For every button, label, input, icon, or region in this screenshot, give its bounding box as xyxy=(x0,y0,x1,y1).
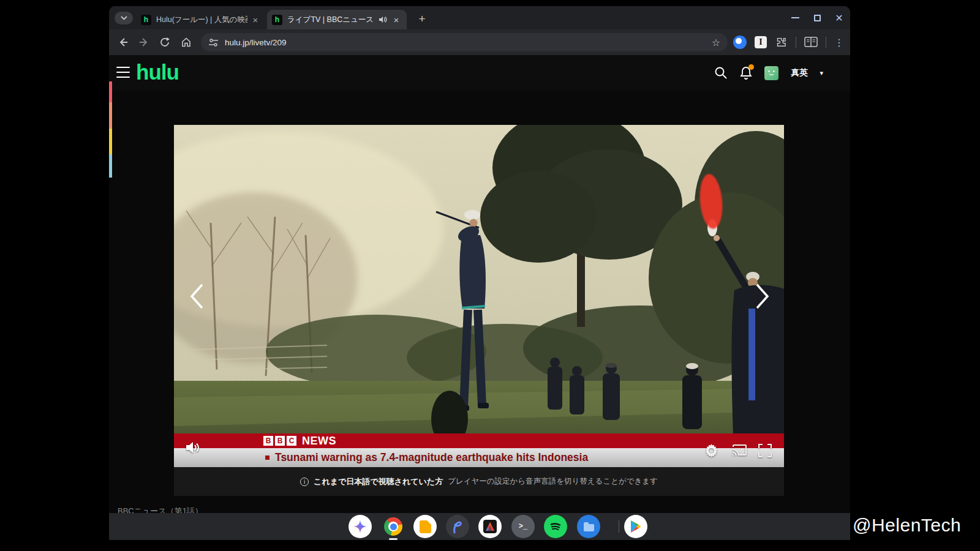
fullscreen-icon[interactable] xyxy=(758,444,772,457)
extension-icon-i[interactable]: I xyxy=(755,36,767,48)
tab-close-icon[interactable]: × xyxy=(391,14,402,25)
bbc-news-label: NEWS xyxy=(302,435,336,448)
site-settings-icon[interactable] xyxy=(208,38,219,47)
files-app-icon[interactable] xyxy=(577,515,600,538)
tab-close-icon[interactable]: × xyxy=(250,14,261,25)
window-minimize-button[interactable] xyxy=(789,12,801,24)
bbc-news-banner: B B C NEWS xyxy=(174,433,784,448)
cast-icon[interactable] xyxy=(731,444,747,457)
home-button[interactable] xyxy=(178,34,194,50)
forward-button[interactable] xyxy=(136,34,152,50)
launcher-icon[interactable] xyxy=(349,515,372,538)
bbc-logo-block: B xyxy=(275,436,285,446)
info-icon: i xyxy=(300,478,309,486)
menu-hamburger-icon[interactable] xyxy=(116,67,130,78)
browser-window: h Hulu(フールー) | 人気の映画 × h ライブTV | BBCニュース… xyxy=(109,6,850,513)
chevron-down-icon xyxy=(121,16,127,20)
terminal-app-icon[interactable]: >_ xyxy=(511,515,535,538)
bbc-logo-block: C xyxy=(287,436,296,446)
volume-button[interactable] xyxy=(185,441,201,454)
gallery-app-icon[interactable] xyxy=(478,515,502,538)
settings-gear-icon[interactable] xyxy=(704,444,718,458)
toolbar-divider xyxy=(826,37,826,48)
carousel-next-button[interactable] xyxy=(755,283,771,310)
new-tab-button[interactable]: + xyxy=(414,11,430,27)
notice-description: プレイヤーの設定から音声言語を切り替えることができます xyxy=(448,476,658,487)
url-text[interactable]: hulu.jp/livetv/209 xyxy=(225,38,712,47)
search-icon[interactable] xyxy=(714,66,728,80)
hulu-favicon: h xyxy=(272,15,282,25)
toolbar-divider xyxy=(796,37,796,48)
tab-audio-icon[interactable] xyxy=(379,16,387,23)
bookmark-star-icon[interactable]: ☆ xyxy=(712,37,720,48)
language-notice-bar: i これまで日本語で視聴されていた方 プレイヤーの設定から音声言語を切り替えるこ… xyxy=(174,467,784,496)
extensions-puzzle-icon[interactable] xyxy=(775,36,788,49)
carousel-prev-button[interactable] xyxy=(189,283,205,310)
tab-strip: h Hulu(フールー) | 人気の映画 × h ライブTV | BBCニュース… xyxy=(109,6,850,29)
news-ticker: Tsunami warning as 7.4-magnitude earthqu… xyxy=(174,448,784,467)
news-headline: Tsunami warning as 7.4-magnitude earthqu… xyxy=(275,451,588,464)
extension-icon-blue[interactable] xyxy=(733,36,747,49)
scroll-indicator xyxy=(109,81,112,178)
profile-name[interactable]: 真英 xyxy=(791,67,807,78)
notice-title: これまで日本語で視聴されていた方 xyxy=(314,476,443,487)
play-store-icon[interactable] xyxy=(624,515,647,538)
address-bar[interactable]: hulu.jp/livetv/209 ☆ xyxy=(201,33,728,51)
hulu-logo[interactable]: hulu xyxy=(136,60,179,84)
bbc-logo-block: B xyxy=(263,436,273,446)
window-maximize-button[interactable] xyxy=(811,12,823,24)
browser-menu-icon[interactable]: ⋮ xyxy=(834,37,844,48)
video-player[interactable]: B B C NEWS Tsunami warning as 7.4-magnit… xyxy=(174,125,784,467)
ticker-bullet xyxy=(265,455,270,460)
profile-caret-icon[interactable]: ▾ xyxy=(820,69,823,77)
shelf-divider xyxy=(619,520,619,533)
reload-button[interactable] xyxy=(157,34,173,50)
hulu-page: hulu 真英 ▾ xyxy=(109,55,850,513)
avatar[interactable] xyxy=(764,66,778,80)
back-button[interactable] xyxy=(115,34,131,50)
chrome-app-icon[interactable] xyxy=(382,515,405,538)
tab-livetv-bbc[interactable]: h ライブTV | BBCニュース × xyxy=(267,10,407,29)
hulu-favicon: h xyxy=(141,15,151,25)
tab-search-button[interactable] xyxy=(115,12,133,24)
browser-toolbar: hulu.jp/livetv/209 ☆ I ⋮ xyxy=(109,29,850,55)
tab-title: Hulu(フールー) | 人気の映画 xyxy=(156,15,247,25)
spotify-app-icon[interactable] xyxy=(544,515,567,538)
notes-app-icon[interactable] xyxy=(413,515,437,538)
tab-title: ライブTV | BBCニュース xyxy=(287,15,376,25)
video-frame-golf-scene xyxy=(174,125,784,467)
notifications-bell-icon[interactable] xyxy=(740,66,752,80)
cursive-app-icon[interactable] xyxy=(446,515,469,538)
active-app-indicator xyxy=(389,538,398,540)
notification-badge xyxy=(748,64,754,70)
watermark: @HelenTech xyxy=(853,515,961,536)
tab-hulu-home[interactable]: h Hulu(フールー) | 人気の映画 × xyxy=(136,10,266,29)
hulu-header: hulu 真英 ▾ xyxy=(109,55,850,91)
program-title: BBCニュース（第1話） xyxy=(118,506,203,513)
reading-list-icon[interactable] xyxy=(804,37,818,48)
window-close-button[interactable]: ✕ xyxy=(833,12,845,24)
chromeos-shelf: >_ xyxy=(109,513,850,540)
